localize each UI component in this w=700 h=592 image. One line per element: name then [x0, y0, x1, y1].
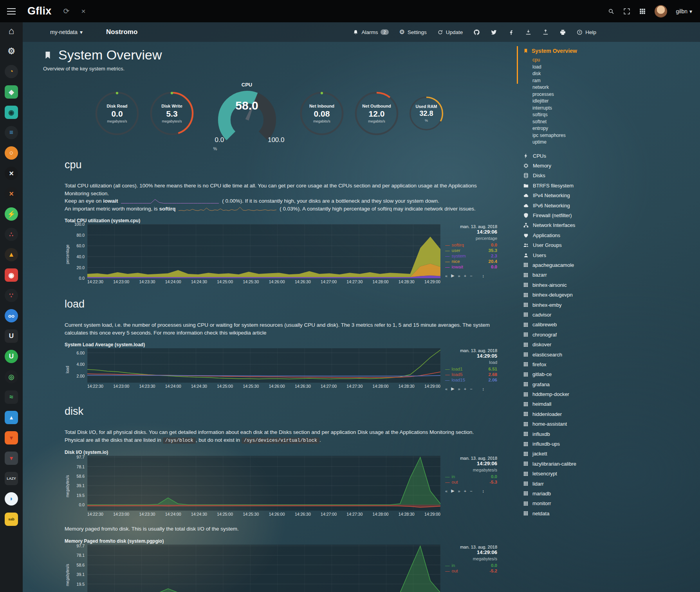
search-icon[interactable]	[608, 8, 615, 15]
settings-icon[interactable]: ⚙	[3, 43, 20, 60]
app-lazylibrarian-icon[interactable]: LAZY	[3, 470, 20, 487]
nav-app-item[interactable]: jackett	[523, 449, 622, 459]
nav-sub-item[interactable]: uptime	[532, 139, 622, 146]
host-selector[interactable]: my-netdata ▾	[50, 29, 83, 35]
resize-handle[interactable]: ↕	[482, 387, 485, 391]
update-button[interactable]: Update	[437, 29, 463, 35]
nav-section[interactable]: IPv6 Networking	[523, 200, 622, 210]
pan-right-button[interactable]: »	[458, 387, 460, 391]
nav-section[interactable]: Disks	[523, 171, 622, 180]
app-flame-icon[interactable]: ▲	[3, 246, 20, 263]
pages-icon[interactable]	[639, 8, 646, 15]
nav-app-item[interactable]: lazylibrarian-calibre	[523, 459, 622, 469]
app-red-dots-icon[interactable]: ∵	[3, 287, 20, 304]
app-green-bolt-icon[interactable]: ⚡	[3, 205, 20, 223]
legend-item[interactable]: —softirq 0.0	[445, 243, 497, 247]
nav-sub-item[interactable]: softnet	[532, 119, 622, 126]
user-avatar[interactable]	[655, 5, 667, 18]
nav-sub-item[interactable]: softirqs	[532, 112, 622, 119]
nav-app-item[interactable]: netdata	[523, 509, 622, 518]
alarms-button[interactable]: Alarms 2	[353, 29, 388, 35]
zoom-out-button[interactable]: −	[470, 489, 472, 493]
twitter-icon[interactable]	[491, 29, 497, 36]
play-button[interactable]: ▶	[451, 488, 454, 493]
app-orange-ring-icon[interactable]: ◔	[3, 63, 20, 80]
app-blue-up-icon[interactable]: ▲	[3, 409, 20, 426]
app-green-diamond-icon[interactable]: ◆	[3, 83, 20, 101]
nav-app-item[interactable]: chronograf	[523, 330, 622, 340]
nav-section[interactable]: IPv4 Networking	[523, 191, 622, 200]
help-button[interactable]: Help	[577, 29, 596, 35]
cpu-plot-area[interactable]	[87, 224, 440, 278]
refresh-icon[interactable]: ⟳	[63, 7, 70, 15]
user-menu[interactable]: gilbn ▾	[676, 8, 692, 14]
legend-item[interactable]: —load1 6.51	[445, 367, 497, 371]
nav-app-item[interactable]: calibreweb	[523, 320, 622, 329]
nav-app-item[interactable]: diskover	[523, 340, 622, 349]
legend-item[interactable]: —in 0.0	[445, 563, 497, 568]
app-blue-bars-icon[interactable]: ≡	[3, 124, 20, 141]
github-icon[interactable]	[473, 29, 480, 36]
legend-item[interactable]: —nice 20.4	[445, 259, 497, 264]
pgpgio-plot-area[interactable]	[87, 545, 440, 592]
app-red-scatter-icon[interactable]: ∴	[3, 226, 20, 243]
legend-item[interactable]: —out -5.2	[445, 569, 497, 573]
nav-sub-item[interactable]: interrupts	[532, 105, 622, 112]
zoom-out-button[interactable]: −	[470, 387, 472, 391]
nav-app-item[interactable]: letsencrypt	[523, 469, 622, 479]
app-pills-icon[interactable]: ≈	[3, 389, 20, 406]
nav-sub-item[interactable]: disk	[532, 70, 622, 77]
legend-item[interactable]: —load5 2.68	[445, 372, 497, 377]
play-button[interactable]: ▶	[451, 386, 454, 391]
legend-item[interactable]: —system 2.3	[445, 254, 497, 258]
app-teal-disc-icon[interactable]: ◉	[3, 104, 20, 121]
app-fox-icon[interactable]: ▼	[3, 429, 20, 446]
legend-item[interactable]: —iowait 0.0	[445, 265, 497, 269]
nav-app-item[interactable]: hddtemp-docker	[523, 389, 622, 399]
nav-app-item[interactable]: influxdb	[523, 429, 622, 439]
nav-sub-item[interactable]: cpu	[532, 57, 622, 64]
nav-section[interactable]: Network Interfaces	[523, 220, 622, 230]
nav-sub-item[interactable]: ram	[532, 77, 622, 85]
nav-app-item[interactable]: influxdb-ups	[523, 439, 622, 449]
legend-item[interactable]: —in 0.0	[445, 474, 497, 479]
nav-app-item[interactable]: cadvisor	[523, 310, 622, 320]
disk-read-gauge[interactable]: Disk Read 0.0 megabytes/s	[94, 90, 140, 137]
close-icon[interactable]: ×	[81, 7, 85, 15]
nav-app-item[interactable]: bazarr	[523, 270, 622, 280]
nav-sub-item[interactable]: ipc semaphores	[532, 132, 622, 139]
app-sab-icon[interactable]: sab	[3, 511, 20, 528]
net-outbound-gauge[interactable]: Net Outbound 12.0 megabits/s	[354, 90, 400, 137]
nav-section[interactable]: Memory	[523, 161, 622, 171]
nav-app-item[interactable]: mariadb	[523, 489, 622, 498]
zoom-out-button[interactable]: −	[470, 274, 472, 278]
app-dark-x-orange-icon[interactable]: ×	[3, 185, 20, 202]
nav-section[interactable]: CPUs	[523, 151, 622, 161]
legend-item[interactable]: —out -5.3	[445, 480, 497, 484]
import-icon[interactable]	[525, 29, 532, 36]
cpu-gauge[interactable]: CPU 58.0 0.0 100.0 %	[208, 82, 286, 145]
pan-right-button[interactable]: »	[458, 489, 460, 493]
nav-app-item[interactable]: lidarr	[523, 479, 622, 488]
nav-sub-item[interactable]: processes	[532, 91, 622, 98]
zoom-in-button[interactable]: +	[464, 489, 466, 493]
nav-app-item[interactable]: apacheguacamole	[523, 260, 622, 270]
net-inbound-gauge[interactable]: Net Inbound 0.08 megabits/s	[299, 90, 345, 137]
nav-system-overview[interactable]: System Overview	[523, 48, 622, 54]
app-dark-u-icon[interactable]: U	[3, 327, 20, 345]
app-orange-search-icon[interactable]: ○	[3, 144, 20, 162]
home-icon[interactable]: ⌂	[3, 22, 20, 40]
settings-button[interactable]: ⚙ Settings	[399, 29, 427, 35]
pan-left-button[interactable]: «	[445, 387, 447, 391]
nav-app-item[interactable]: elasticsearch	[523, 349, 622, 359]
nav-app-item[interactable]: home-assistant	[523, 419, 622, 429]
zoom-in-button[interactable]: +	[464, 274, 466, 278]
resize-handle[interactable]: ↕	[482, 489, 485, 493]
resize-handle[interactable]: ↕	[482, 274, 485, 278]
load-plot-area[interactable]	[87, 348, 440, 383]
fullscreen-icon[interactable]	[623, 8, 630, 15]
nav-section[interactable]: Firewall (netfilter)	[523, 211, 622, 220]
app-grey-down-icon[interactable]: ▼	[3, 450, 20, 467]
app-red-shield-icon[interactable]: ◉	[3, 266, 20, 284]
app-green-ring-icon[interactable]: ◎	[3, 368, 20, 385]
